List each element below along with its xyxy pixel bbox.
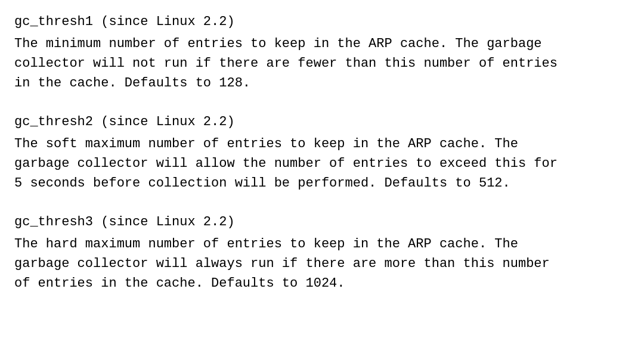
entry-gc_thresh1: gc_thresh1 (since Linux 2.2)The minimum … <box>14 12 630 93</box>
entry-body-gc_thresh2: The soft maximum number of entries to ke… <box>14 134 630 193</box>
entry-body-gc_thresh1: The minimum number of entries to keep in… <box>14 34 630 93</box>
entry-line: The soft maximum number of entries to ke… <box>14 134 630 154</box>
entry-line: 5 seconds before collection will be perf… <box>14 173 630 193</box>
content: gc_thresh1 (since Linux 2.2)The minimum … <box>14 12 630 293</box>
entry-title-gc_thresh1: gc_thresh1 (since Linux 2.2) <box>14 12 630 32</box>
entry-line: garbage collector will allow the number … <box>14 154 630 173</box>
entry-gc_thresh2: gc_thresh2 (since Linux 2.2)The soft max… <box>14 112 630 193</box>
entry-gc_thresh3: gc_thresh3 (since Linux 2.2)The hard max… <box>14 212 630 293</box>
entry-line: The minimum number of entries to keep in… <box>14 34 630 54</box>
entry-line: in the cache. Defaults to 128. <box>14 73 630 93</box>
entry-line: garbage collector will always run if the… <box>14 254 630 274</box>
entry-title-gc_thresh3: gc_thresh3 (since Linux 2.2) <box>14 212 630 232</box>
entry-title-gc_thresh2: gc_thresh2 (since Linux 2.2) <box>14 112 630 132</box>
entry-line: The hard maximum number of entries to ke… <box>14 234 630 254</box>
entry-line: of entries in the cache. Defaults to 102… <box>14 274 630 293</box>
entry-body-gc_thresh3: The hard maximum number of entries to ke… <box>14 234 630 293</box>
entry-line: collector will not run if there are fewe… <box>14 54 630 73</box>
